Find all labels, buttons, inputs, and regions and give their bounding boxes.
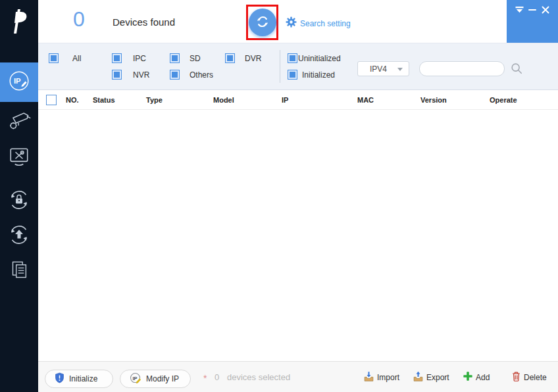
checkbox-nvr[interactable]: NVR <box>112 70 149 80</box>
close-icon[interactable] <box>541 6 550 14</box>
checkbox-checked-icon <box>112 70 122 80</box>
titlebar-panel <box>507 0 558 43</box>
checkbox-label: Others <box>190 70 213 80</box>
import-button[interactable]: Import <box>363 371 399 384</box>
select-all-checkbox[interactable] <box>46 95 57 105</box>
sidebar-item-password-reset[interactable] <box>0 182 38 220</box>
annotation-highlight-box <box>246 5 278 40</box>
column-header-version[interactable]: Version <box>420 96 447 104</box>
add-button[interactable]: Add <box>463 371 490 383</box>
column-header-ip[interactable]: IP <box>282 96 288 104</box>
selected-count-label: devices selected <box>227 372 290 382</box>
filter-divider <box>280 50 280 83</box>
ip-version-select[interactable]: IPV4 <box>357 61 409 76</box>
delete-button[interactable]: Delete <box>511 371 547 384</box>
device-count-label: Devices found <box>113 16 175 28</box>
ip-version-value: IPV4 <box>370 64 387 74</box>
export-button[interactable]: Export <box>413 371 449 384</box>
gear-icon[interactable] <box>286 16 297 30</box>
checkbox-checked-icon <box>170 70 180 80</box>
checkbox-checked-icon <box>49 53 59 63</box>
add-button-label: Add <box>476 373 490 382</box>
modify-ip-button-label: Modify IP <box>146 374 179 383</box>
checkbox-label: Uninitialized <box>298 54 341 63</box>
search-input[interactable] <box>419 61 505 76</box>
column-header-mac[interactable]: MAC <box>357 96 374 104</box>
initialize-button[interactable]: Initialize <box>45 370 113 388</box>
refresh-sync-icon <box>254 13 271 32</box>
configtool-window: IP <box>0 0 558 392</box>
import-tray-icon <box>363 371 374 384</box>
collapse-icon[interactable] <box>515 6 524 14</box>
checkbox-sd[interactable]: SD <box>170 53 201 63</box>
svg-text:IP: IP <box>14 77 21 85</box>
required-marker: * <box>203 373 207 383</box>
sidebar-item-modify-ip[interactable]: IP <box>0 62 38 102</box>
sidebar: IP <box>0 0 38 392</box>
footer-toolbar: Initialize IP Modify IP * 0 devices sele… <box>38 361 558 392</box>
documents-icon <box>7 257 32 285</box>
sidebar-item-upgrade[interactable] <box>0 217 38 255</box>
checkbox-dvr[interactable]: DVR <box>225 53 261 63</box>
sidebar-item-device-config[interactable] <box>0 102 38 139</box>
chevron-down-icon <box>397 68 403 71</box>
ip-edit-circle-icon: IP <box>7 68 32 96</box>
filter-bar: All IPC NVR SD Others DVR Uninitialized <box>38 43 558 90</box>
ip-edit-pencil-icon: IP <box>130 372 141 386</box>
checkbox-others[interactable]: Others <box>170 70 213 80</box>
checkbox-label: Initialized <box>302 70 335 80</box>
header: 0 Devices found <box>38 0 507 43</box>
checkbox-checked-icon <box>170 53 180 63</box>
checkbox-ipc[interactable]: IPC <box>112 53 146 63</box>
import-button-label: Import <box>377 373 399 382</box>
checkbox-checked-icon <box>225 53 235 63</box>
minimize-icon[interactable] <box>528 6 537 14</box>
export-tray-icon <box>413 371 424 384</box>
column-header-no[interactable]: NO. <box>66 96 79 104</box>
delete-button-label: Delete <box>524 373 547 382</box>
checkbox-uninitialized[interactable]: Uninitialized <box>288 53 341 63</box>
column-header-operate[interactable]: Operate <box>490 96 517 104</box>
checkbox-initialized[interactable]: Initialized <box>288 70 335 80</box>
sidebar-item-system-tools[interactable] <box>0 139 38 177</box>
modify-ip-button[interactable]: IP Modify IP <box>120 370 191 388</box>
search-setting-link[interactable]: Search setting <box>300 19 351 28</box>
camera-gear-icon <box>6 107 32 135</box>
lock-sync-icon <box>6 187 32 216</box>
checkbox-label: DVR <box>245 54 261 63</box>
shield-exclamation-icon <box>55 372 64 385</box>
checkbox-checked-icon <box>288 53 297 63</box>
column-header-model[interactable]: Model <box>213 96 234 104</box>
checkbox-checked-icon <box>288 70 297 80</box>
device-count: 0 <box>73 7 85 32</box>
checkbox-label: IPC <box>133 54 146 63</box>
monitor-tools-icon <box>6 144 32 173</box>
checkbox-all[interactable]: All <box>49 53 81 63</box>
initialize-button-label: Initialize <box>69 374 97 383</box>
checkbox-checked-icon <box>112 53 122 63</box>
table-header: NO. Status Type Model IP MAC Version Ope… <box>38 90 558 110</box>
arrow-up-sync-icon <box>6 222 32 251</box>
device-table-body <box>38 110 558 361</box>
refresh-button[interactable] <box>249 9 276 36</box>
search-icon[interactable] <box>510 62 523 78</box>
plus-icon <box>463 371 473 383</box>
column-header-type[interactable]: Type <box>146 96 163 104</box>
checkbox-label: All <box>72 54 81 63</box>
checkbox-label: SD <box>190 54 201 63</box>
column-header-status[interactable]: Status <box>93 96 115 104</box>
sidebar-item-logs[interactable] <box>0 253 38 289</box>
trash-icon <box>511 371 521 384</box>
svg-text:IP: IP <box>133 375 138 381</box>
dahua-logo <box>0 5 38 39</box>
checkbox-label: NVR <box>133 70 149 80</box>
selected-count: 0 <box>215 372 219 382</box>
export-button-label: Export <box>426 373 449 382</box>
